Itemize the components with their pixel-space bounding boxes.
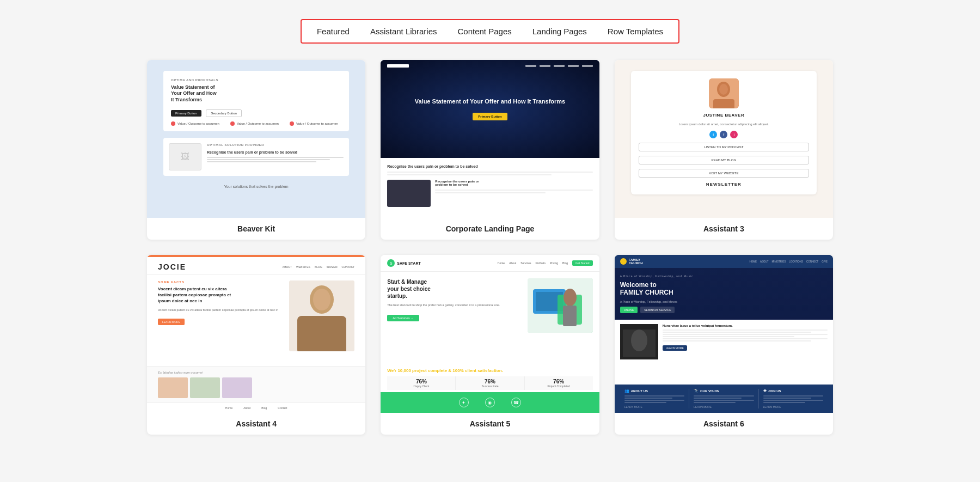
template-card-assistant3[interactable]: JUSTINE BEAVER Lorem ipsum dolor sit ame… xyxy=(615,60,833,240)
corp-hero-btn[interactable]: Primary Button xyxy=(473,113,507,120)
a6-footer-line-2 xyxy=(624,398,672,399)
a4-hero-tag: SOME FACTS xyxy=(158,280,284,284)
bk-btn-primary[interactable]: Primary Button xyxy=(171,110,201,117)
a5-footer-icon-1[interactable]: ✦ xyxy=(459,398,469,407)
a4-nav-contact[interactable]: CONTACT xyxy=(342,265,355,269)
tab-content-pages[interactable]: Content Pages xyxy=(455,26,513,37)
a5-logo-text: SAFE START xyxy=(397,261,420,265)
svg-point-12 xyxy=(564,289,577,306)
instagram-icon[interactable]: i xyxy=(730,131,738,138)
a6-join-learn[interactable]: LEARN MORE xyxy=(763,405,823,408)
a5-footer-icon-2[interactable]: ◉ xyxy=(485,398,495,407)
facebook-icon[interactable]: f xyxy=(720,131,727,138)
a6-content-title: Nunc vitae lacus a tellus volutpat ferme… xyxy=(663,324,828,327)
a6-nav-about[interactable]: ABOUT xyxy=(760,260,769,263)
svg-rect-6 xyxy=(297,316,346,351)
a4-nav-women[interactable]: WOMEN xyxy=(327,265,338,269)
tab-landing-pages[interactable]: Landing Pages xyxy=(530,26,589,37)
a4-nav-websites[interactable]: WEBSITES xyxy=(296,265,310,269)
a3-btn-podcast[interactable]: LISTEN TO MY PODCAST xyxy=(639,143,809,151)
a6-nav-give[interactable]: GIVE xyxy=(822,260,828,263)
bk-line-3 xyxy=(207,161,316,162)
a6-line-4 xyxy=(663,336,795,337)
tab-assistant-libraries[interactable]: Assistant Libraries xyxy=(368,26,439,37)
corp-thumb xyxy=(387,180,431,207)
a5-nav-blog[interactable]: Blog xyxy=(562,261,568,265)
corp-nav-link-3 xyxy=(554,65,565,67)
corp-nav-link-2 xyxy=(540,65,550,67)
a4-nav-blog[interactable]: BLOG xyxy=(315,265,322,269)
a6-footer-line-10 xyxy=(763,398,811,399)
a6-learn-btn[interactable]: LEARN MORE xyxy=(663,345,687,351)
svg-rect-13 xyxy=(563,306,577,326)
template-card-assistant4[interactable]: JOCIE ABOUT WEBSITES BLOG WOMEN CONTACT … xyxy=(147,255,365,435)
a6-vision-icon: 🔭 xyxy=(694,389,699,393)
a5-nav-portfolio[interactable]: Portfolio xyxy=(535,261,545,265)
a4-gallery-item-2 xyxy=(190,377,220,398)
a5-hero-btn[interactable]: All Services → xyxy=(387,315,419,321)
a6-line-6 xyxy=(663,340,811,341)
corp-hero-content: Value Statement of Your Offer and How It… xyxy=(415,97,565,120)
tab-featured[interactable]: Featured xyxy=(315,26,352,37)
bk-section-label: OPTIMAL SOLUTION PROVIDER xyxy=(207,143,344,148)
tab-row-templates[interactable]: Row Templates xyxy=(605,26,665,37)
a6-nav-connect[interactable]: CONNECT xyxy=(806,260,818,263)
a6-btn-seminary[interactable]: SEMINARY SERVICE xyxy=(640,307,675,313)
a4-hero-image xyxy=(289,280,354,351)
bk-footer: Your solutions that solves the problem xyxy=(224,185,289,188)
template-label-beaver-kit: Beaver Kit xyxy=(147,218,365,240)
a6-vision-learn[interactable]: LEARN MORE xyxy=(694,405,754,408)
template-label-assistant3: Assistant 3 xyxy=(615,218,833,240)
template-label-assistant6: Assistant 6 xyxy=(615,413,833,435)
corp-right-problem: Recognise the users pain orproblem to be… xyxy=(435,180,592,186)
a5-stat-num-1: 76% xyxy=(389,379,453,385)
bk-btn-secondary[interactable]: Secondary Button xyxy=(206,109,242,117)
a4-hero-btn[interactable]: LEARN MORE xyxy=(158,319,185,325)
a5-hero-body: The best standard to shop the prefer hub… xyxy=(387,303,522,307)
corp-nav-links xyxy=(525,65,593,67)
template-card-beaver-kit[interactable]: OPTIMA AND PROPOSALS Value Statement ofY… xyxy=(147,60,365,240)
a6-nav-locations[interactable]: LOCATIONS xyxy=(789,260,803,263)
template-grid: OPTIMA AND PROPOSALS Value Statement ofY… xyxy=(136,60,844,435)
preview-assistant6: FAMILYCHURCH HOME ABOUT MINISTRIES LOCAT… xyxy=(615,255,833,413)
a6-footer-line-7 xyxy=(694,400,754,401)
a5-nav-pricing[interactable]: Pricing xyxy=(550,261,558,265)
a4-hero-title: Vocent dicam putent eu vix alterafacilis… xyxy=(158,286,284,304)
preview-corporate: Value Statement of Your Offer and How It… xyxy=(381,60,599,218)
a5-footer-icon-3[interactable]: ☎ xyxy=(511,398,521,407)
a4-footer-link-2[interactable]: About xyxy=(243,406,250,410)
a6-footer-vision-title: 🔭 OUR VISION xyxy=(694,389,754,393)
a5-nav-about[interactable]: About xyxy=(509,261,516,265)
svg-point-7 xyxy=(313,289,330,310)
bk-problem: Recognise the users pain or problem to b… xyxy=(207,150,344,155)
a5-nav-cta[interactable]: Get Started xyxy=(572,260,593,266)
a5-nav-home[interactable]: Home xyxy=(498,261,505,265)
a4-footer-link-3[interactable]: Blog xyxy=(261,406,267,410)
a6-hero-title: Welcome toFAMILY CHURCH xyxy=(620,281,828,297)
a3-btn-website[interactable]: VISIT MY WEBSITE xyxy=(639,169,809,178)
twitter-icon[interactable]: t xyxy=(709,131,717,138)
a6-logo: FAMILYCHURCH xyxy=(620,258,643,265)
a3-card: JUSTINE BEAVER Lorem ipsum dolor sit ame… xyxy=(631,71,817,194)
a3-btn-blog[interactable]: READ MY BLOG xyxy=(639,156,809,164)
a6-nav-ministries[interactable]: MINISTRIES xyxy=(772,260,786,263)
corp-nav xyxy=(381,64,599,68)
corp-nav-link-4 xyxy=(568,65,579,67)
a4-nav-about[interactable]: ABOUT xyxy=(283,265,292,269)
a6-content-image xyxy=(620,324,658,359)
template-card-assistant6[interactable]: FAMILYCHURCH HOME ABOUT MINISTRIES LOCAT… xyxy=(615,255,833,435)
a6-footer-line-8 xyxy=(694,402,736,403)
a6-footer-about: 👥 ABOUT US LEARN MORE xyxy=(620,389,689,408)
a6-btn-online[interactable]: ONLINE xyxy=(620,307,638,313)
template-card-assistant5[interactable]: S SAFE START Home About Services Portfol… xyxy=(381,255,599,435)
a6-line-2 xyxy=(663,332,811,333)
template-card-corporate[interactable]: Value Statement of Your Offer and How It… xyxy=(381,60,599,240)
a5-nav-services[interactable]: Services xyxy=(520,261,531,265)
template-label-corporate: Corporate Landing Page xyxy=(381,218,599,240)
preview-assistant4: JOCIE ABOUT WEBSITES BLOG WOMEN CONTACT … xyxy=(147,255,365,413)
a4-footer-link-4[interactable]: Contact xyxy=(278,406,287,410)
a6-about-learn[interactable]: LEARN MORE xyxy=(624,405,684,408)
a6-nav-home[interactable]: HOME xyxy=(750,260,757,263)
a6-nav: FAMILYCHURCH HOME ABOUT MINISTRIES LOCAT… xyxy=(615,255,833,268)
a4-footer-link-1[interactable]: Home xyxy=(225,406,232,410)
